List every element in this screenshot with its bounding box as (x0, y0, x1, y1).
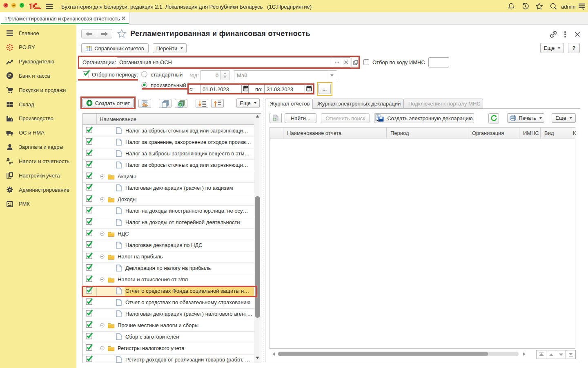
svg-text:Кт: Кт (9, 161, 13, 165)
svg-text:P: P (8, 73, 11, 78)
